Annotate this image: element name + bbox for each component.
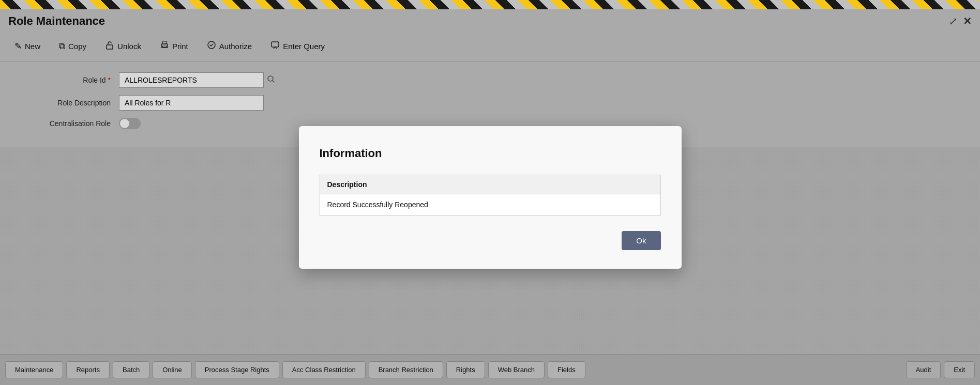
information-modal: Information Description Record Successfu…	[299, 126, 682, 269]
modal-footer: Ok	[320, 231, 661, 250]
modal-table: Description Record Successfully Reopened	[320, 175, 661, 215]
modal-table-header: Description	[320, 175, 660, 194]
ok-button[interactable]: Ok	[622, 231, 660, 250]
modal-table-row: Record Successfully Reopened	[320, 194, 660, 215]
modal-overlay: Information Description Record Successfu…	[0, 9, 980, 385]
main-window: Role Maintenance ⤢ ✕ ✎ New ⧉ Copy Unlock	[0, 9, 980, 385]
hazard-stripe	[0, 0, 980, 9]
modal-title: Information	[320, 147, 661, 160]
